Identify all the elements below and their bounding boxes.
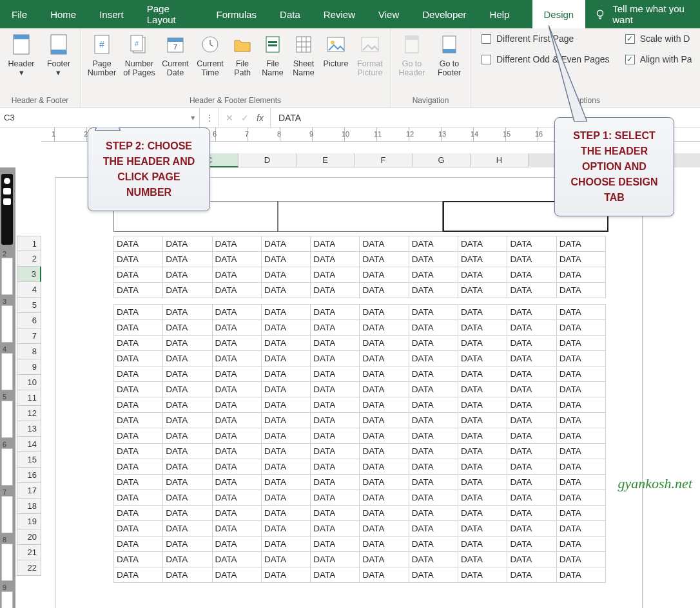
cell[interactable]: DATA xyxy=(458,490,507,506)
cell[interactable]: DATA xyxy=(311,490,360,506)
cell[interactable]: DATA xyxy=(163,382,212,397)
cell[interactable]: DATA xyxy=(212,366,261,382)
cell[interactable]: DATA xyxy=(556,428,605,444)
table-row[interactable]: DATADATADATADATADATADATADATADATADATADATA xyxy=(114,267,606,283)
cell[interactable]: DATA xyxy=(114,336,163,351)
cell[interactable]: DATA xyxy=(458,552,507,567)
cell[interactable]: DATA xyxy=(556,397,605,413)
cell[interactable]: DATA xyxy=(458,382,507,397)
cell[interactable]: DATA xyxy=(114,252,163,267)
cell[interactable]: DATA xyxy=(409,366,458,382)
row-header[interactable]: 22 xyxy=(17,560,41,576)
cell[interactable]: DATA xyxy=(507,506,556,521)
cell[interactable]: DATA xyxy=(311,413,360,428)
cell[interactable]: DATA xyxy=(458,252,507,267)
option-diff-odd-even[interactable]: Different Odd & Even Pages xyxy=(481,54,610,64)
cell[interactable]: DATA xyxy=(360,413,409,428)
row-header[interactable]: 12 xyxy=(17,406,41,421)
cell[interactable]: DATA xyxy=(360,397,409,413)
table-row[interactable]: DATADATADATADATADATADATADATADATADATADATA xyxy=(114,336,606,351)
table-row[interactable]: DATADATADATADATADATADATADATADATADATADATA xyxy=(114,567,606,583)
cell[interactable]: DATA xyxy=(507,236,556,252)
cell[interactable]: DATA xyxy=(212,382,261,397)
cell[interactable]: DATA xyxy=(409,537,458,552)
table-row[interactable]: DATADATADATADATADATADATADATADATADATADATA xyxy=(114,397,606,413)
cell[interactable]: DATA xyxy=(261,506,310,521)
cell[interactable]: DATA xyxy=(409,552,458,567)
formula-value[interactable]: DATA xyxy=(271,113,309,123)
cell[interactable]: DATA xyxy=(507,397,556,413)
cell[interactable]: DATA xyxy=(163,305,212,320)
cell[interactable]: DATA xyxy=(311,366,360,382)
cell[interactable]: DATA xyxy=(507,552,556,567)
cell[interactable]: DATA xyxy=(212,490,261,506)
cell[interactable]: DATA xyxy=(556,283,605,298)
cell[interactable]: DATA xyxy=(163,537,212,552)
cell[interactable]: DATA xyxy=(507,444,556,459)
cell[interactable]: DATA xyxy=(409,382,458,397)
cell[interactable]: DATA xyxy=(311,283,360,298)
cell[interactable]: DATA xyxy=(556,567,605,583)
cell[interactable]: DATA xyxy=(163,413,212,428)
cell[interactable]: DATA xyxy=(458,413,507,428)
menu-developer[interactable]: Developer xyxy=(411,0,478,28)
cell[interactable]: DATA xyxy=(261,366,310,382)
table-row[interactable]: DATADATADATADATADATADATADATADATADATADATA xyxy=(114,252,606,267)
cell[interactable]: DATA xyxy=(458,459,507,475)
cell[interactable]: DATA xyxy=(458,351,507,366)
cell[interactable]: DATA xyxy=(261,283,310,298)
cell[interactable]: DATA xyxy=(261,267,310,283)
cell[interactable]: DATA xyxy=(261,382,310,397)
cell[interactable]: DATA xyxy=(311,351,360,366)
cell[interactable]: DATA xyxy=(212,459,261,475)
cell[interactable]: DATA xyxy=(507,320,556,336)
cell[interactable]: DATA xyxy=(311,397,360,413)
cell[interactable]: DATA xyxy=(212,428,261,444)
cell[interactable]: DATA xyxy=(114,413,163,428)
row-header[interactable]: 16 xyxy=(17,468,41,483)
cell[interactable]: DATA xyxy=(556,521,605,537)
cell[interactable]: DATA xyxy=(114,351,163,366)
cell[interactable]: DATA xyxy=(261,567,310,583)
table-row[interactable]: DATADATADATADATADATADATADATADATADATADATA xyxy=(114,475,606,490)
cell[interactable]: DATA xyxy=(114,382,163,397)
page-number-button[interactable]: # Page Number xyxy=(83,31,121,80)
current-time-button[interactable]: Current Time xyxy=(193,31,228,80)
cell[interactable]: DATA xyxy=(458,283,507,298)
cell[interactable]: DATA xyxy=(212,413,261,428)
cell[interactable]: DATA xyxy=(261,305,310,320)
cell[interactable]: DATA xyxy=(409,490,458,506)
menu-file[interactable]: File xyxy=(0,0,39,28)
option-align[interactable]: ✓ Align with Pa xyxy=(625,54,692,64)
cell[interactable]: DATA xyxy=(114,552,163,567)
cell[interactable]: DATA xyxy=(163,351,212,366)
cell[interactable]: DATA xyxy=(409,567,458,583)
cell[interactable]: DATA xyxy=(311,236,360,252)
cell[interactable]: DATA xyxy=(409,252,458,267)
cell[interactable]: DATA xyxy=(163,397,212,413)
cell[interactable]: DATA xyxy=(507,382,556,397)
cell[interactable]: DATA xyxy=(360,283,409,298)
cell[interactable]: DATA xyxy=(212,236,261,252)
menu-data[interactable]: Data xyxy=(268,0,312,28)
cell[interactable]: DATA xyxy=(311,252,360,267)
cell[interactable]: DATA xyxy=(409,459,458,475)
cell[interactable]: DATA xyxy=(556,490,605,506)
cell[interactable]: DATA xyxy=(163,366,212,382)
row-header[interactable]: 17 xyxy=(17,483,41,499)
cell[interactable]: DATA xyxy=(163,475,212,490)
fx-icon[interactable]: fx xyxy=(257,113,264,123)
current-date-button[interactable]: 7 Current Date xyxy=(158,31,193,80)
table-row[interactable]: DATADATADATADATADATADATADATADATADATADATA xyxy=(114,521,606,537)
cell[interactable]: DATA xyxy=(409,413,458,428)
cell[interactable]: DATA xyxy=(311,567,360,583)
file-name-button[interactable]: File Name xyxy=(257,31,288,80)
cell[interactable]: DATA xyxy=(360,336,409,351)
cell[interactable]: DATA xyxy=(360,537,409,552)
cell[interactable]: DATA xyxy=(458,305,507,320)
row-header[interactable]: 2 xyxy=(17,251,41,267)
enter-icon[interactable]: ✓ xyxy=(241,113,249,123)
menu-design[interactable]: Design xyxy=(532,0,586,28)
cell[interactable]: DATA xyxy=(163,506,212,521)
cell[interactable]: DATA xyxy=(507,413,556,428)
